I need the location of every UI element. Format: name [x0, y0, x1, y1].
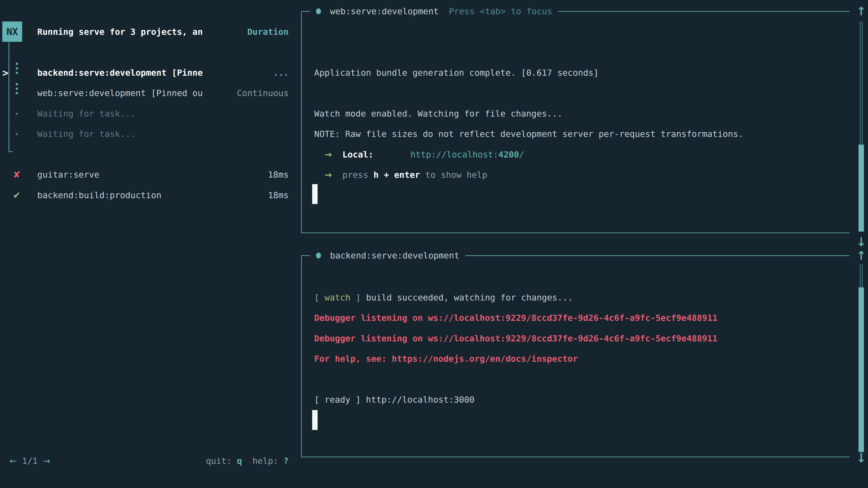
bracket-close: ]: [355, 293, 361, 302]
press-word: press: [342, 170, 368, 180]
log-line-watch-mode: Watch mode enabled. Watching for file ch…: [314, 103, 562, 124]
bracket-open: [: [314, 293, 319, 302]
local-label: Local:: [342, 150, 373, 160]
scrollbar-thumb[interactable]: [859, 144, 864, 232]
log-line-debugger-2: Debugger listening on ws://localhost:922…: [314, 328, 717, 349]
waiting-dot-icon: [12, 124, 22, 144]
log-line-bundle: Application bundle generation complete. …: [314, 63, 598, 83]
task-row-backend-serve[interactable]: backend:serve:development [Pinne: [37, 63, 203, 83]
spinner-icon: [12, 63, 22, 83]
scroll-up-icon[interactable]: ↑: [856, 249, 867, 262]
nx-logo: NX: [2, 22, 22, 42]
keybind-hints: quit: q help: ?: [206, 451, 289, 471]
task-row-guitar-serve[interactable]: guitar:serve: [37, 164, 99, 185]
task-row-backend-build-duration: 18ms: [268, 185, 289, 205]
duration-column-header: Duration: [247, 22, 289, 42]
task-status-dot-icon: [316, 8, 321, 14]
page-prev-icon[interactable]: ←: [9, 456, 17, 466]
scroll-down-icon[interactable]: ↓: [856, 452, 867, 464]
log-line-ready: [ ready ] http://localhost:3000: [314, 390, 474, 410]
scroll-down-icon[interactable]: ↓: [856, 236, 867, 248]
waiting-dot-icon: [12, 103, 22, 124]
top-pane-title: web:serve:development: [330, 6, 438, 16]
local-url-prefix[interactable]: http://localhost:: [410, 150, 498, 160]
scroll-up-icon[interactable]: ↑: [856, 5, 867, 18]
terminal-cursor: [312, 410, 318, 430]
sidebar-title: Running serve for 3 projects, an: [37, 22, 203, 42]
task-row-guitar-serve-duration: 18ms: [268, 164, 289, 185]
bottom-pane-title: backend:serve:development: [330, 251, 459, 260]
log-line-watch: [ watch ] build succeeded, watching for …: [314, 287, 573, 308]
top-pane-focus-hint: Press <tab> to focus: [449, 6, 552, 16]
local-url-port[interactable]: 4200: [498, 150, 519, 160]
quit-label: quit:: [206, 456, 231, 466]
error-x-icon: ✘: [12, 164, 22, 185]
pagination: ← 1/1 →: [9, 451, 50, 471]
log-line-local: → Local: http://localhost:4200/: [324, 144, 524, 165]
watch-rest: build succeeded, watching for changes...: [366, 293, 573, 302]
arrow-right-icon: →: [324, 150, 332, 160]
quit-key[interactable]: q: [237, 456, 242, 466]
log-line-note: NOTE: Raw file sizes do not reflect deve…: [314, 124, 743, 144]
task-row-backend-serve-status: ...: [273, 63, 289, 83]
task-status-dot-icon: [316, 253, 321, 258]
log-line-debugger-1: Debugger listening on ws://localhost:922…: [314, 308, 717, 328]
check-icon: ✔: [12, 185, 22, 205]
local-url-slash[interactable]: /: [519, 150, 524, 160]
help-key[interactable]: ?: [283, 456, 289, 466]
page-indicator: 1/1: [22, 456, 38, 466]
task-row-web-serve[interactable]: web:serve:development [Pinned ou: [37, 83, 203, 103]
log-line-press-help: → press h + enter to show help: [324, 165, 487, 185]
top-pane-header[interactable]: web:serve:development Press <tab> to foc…: [310, 5, 558, 18]
log-line-inspector-help: For help, see: https://nodejs.org/en/doc…: [314, 349, 578, 369]
help-label: help:: [252, 456, 278, 466]
task-row-waiting-1[interactable]: Waiting for task...: [37, 103, 135, 124]
arrow-right-icon: →: [324, 170, 332, 180]
task-row-waiting-2[interactable]: Waiting for task...: [37, 124, 135, 144]
press-keys: h + enter: [373, 170, 420, 180]
selected-task-chevron-icon: >: [1, 63, 10, 83]
terminal-cursor: [312, 184, 318, 204]
task-row-backend-build[interactable]: backend:build:production: [37, 185, 161, 205]
bottom-pane-header[interactable]: backend:serve:development: [310, 250, 465, 262]
scrollbar-thumb[interactable]: [859, 287, 864, 452]
watch-word: watch: [324, 293, 350, 302]
spinner-icon: [12, 83, 22, 103]
press-rest: to show help: [425, 170, 487, 180]
task-row-web-serve-status: Continuous: [237, 83, 289, 103]
page-next-icon[interactable]: →: [43, 456, 50, 466]
